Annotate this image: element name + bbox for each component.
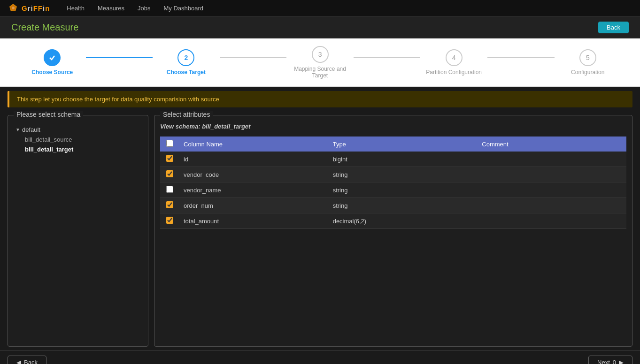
step-4-circle: 4 — [446, 49, 463, 66]
nav-links: Health Measures Jobs My Dashboard — [61, 2, 209, 15]
col-name-id: id — [179, 152, 328, 167]
step-1-circle — [44, 49, 61, 66]
connector-2-3 — [220, 57, 287, 58]
tree-arrow-icon: ▼ — [15, 127, 20, 132]
next-button-label: Next — [597, 359, 610, 364]
col-name-vendor-code: vendor_code — [179, 167, 328, 182]
col-type-total-amount: decimal(6,2) — [328, 213, 478, 229]
table-row: order_num string — [160, 198, 626, 213]
step-2-wrapper: 2 Choose Target — [153, 49, 220, 76]
step-1-wrapper: Choose Source — [19, 49, 86, 76]
step-3-wrapper: 3 Mapping Source and Target — [286, 46, 354, 79]
info-bar: This step let you choose the target for … — [8, 91, 632, 107]
col-name-order-num: order_num — [179, 198, 328, 213]
table-row: id bigint — [160, 152, 626, 167]
col-comment-total-amount — [477, 213, 626, 229]
next-button[interactable]: Next 0 ▶ — [588, 356, 632, 364]
col-type-vendor-name: string — [328, 182, 478, 198]
table-row: total_amount decimal(6,2) — [160, 213, 626, 229]
nav-measures[interactable]: Measures — [92, 2, 130, 15]
row-checkbox-vendor-code[interactable] — [166, 170, 173, 177]
row-checkbox-order-num[interactable] — [166, 201, 173, 208]
nav-jobs[interactable]: Jobs — [132, 2, 156, 15]
col-comment-id — [477, 152, 626, 167]
col-header-comment: Comment — [477, 136, 626, 152]
logo-text: GriFFin — [22, 4, 50, 12]
back-button[interactable]: ◀ Back — [8, 356, 46, 364]
row-check-cell — [160, 182, 179, 198]
schema-selector-panel: Please select schema ▼ default bill_deta… — [8, 115, 148, 347]
schema-name: bill_detail_target — [202, 123, 250, 130]
col-type-id: bigint — [328, 152, 478, 167]
col-name-vendor-name: vendor_name — [179, 182, 328, 198]
page-title: Create Measure — [11, 22, 78, 33]
step-3-label: Mapping Source and Target — [286, 66, 354, 79]
table-row: vendor_name string — [160, 182, 626, 198]
connector-1-2 — [86, 57, 153, 58]
table-header: Column Name Type Comment — [160, 136, 626, 152]
row-checkbox-vendor-name[interactable] — [166, 186, 173, 193]
col-type-vendor-code: string — [328, 167, 478, 182]
col-comment-order-num — [477, 198, 626, 213]
step-1-label: Choose Source — [31, 69, 73, 76]
top-nav: GriFFin Health Measures Jobs My Dashboar… — [0, 0, 640, 17]
right-panel-title: Select attributes — [160, 111, 213, 118]
back-button-label: Back — [24, 359, 38, 364]
attributes-table: Column Name Type Comment id bigint — [160, 136, 626, 229]
nav-health[interactable]: Health — [61, 2, 90, 15]
col-header-check — [160, 136, 179, 152]
main-content: Please select schema ▼ default bill_deta… — [0, 111, 640, 350]
checkmark-icon — [48, 54, 56, 61]
step-4-label: Partition Configuration — [426, 69, 482, 76]
tree-child-bill-detail-source[interactable]: bill_detail_source — [14, 135, 142, 144]
schema-label-prefix: View schema: — [160, 123, 202, 130]
table-row: vendor_code string — [160, 167, 626, 182]
schema-label: View schema: bill_detail_target — [160, 121, 626, 132]
page-header: Create Measure Back — [0, 17, 640, 38]
back-arrow-icon: ◀ — [16, 359, 21, 364]
col-header-column-name: Column Name — [179, 136, 328, 152]
tree-root-label: default — [22, 126, 40, 133]
table-body: id bigint vendor_code string — [160, 152, 626, 229]
footer-bar: ◀ Back Next 0 ▶ — [0, 350, 640, 364]
left-panel-title: Please select schema — [14, 111, 83, 118]
info-text: This step let you choose the target for … — [17, 96, 219, 103]
col-comment-vendor-name — [477, 182, 626, 198]
step-4-wrapper: 4 Partition Configuration — [420, 49, 487, 76]
col-name-total-amount: total_amount — [179, 213, 328, 229]
next-count-badge: 0 — [613, 359, 616, 364]
svg-point-2 — [12, 7, 15, 9]
row-check-cell — [160, 152, 179, 167]
row-check-cell — [160, 167, 179, 182]
step-3-circle: 3 — [312, 46, 329, 63]
row-check-cell — [160, 198, 179, 213]
nav-dashboard[interactable]: My Dashboard — [158, 2, 209, 15]
tree-root-default[interactable]: ▼ default — [14, 125, 142, 135]
col-comment-vendor-code — [477, 167, 626, 182]
row-checkbox-id[interactable] — [166, 155, 173, 162]
connector-4-5 — [487, 57, 555, 58]
attributes-panel: Select attributes View schema: bill_deta… — [154, 115, 632, 347]
step-5-label: Configuration — [571, 69, 604, 76]
app-logo: GriFFin — [8, 3, 50, 14]
back-top-button[interactable]: Back — [598, 22, 629, 33]
select-all-checkbox[interactable] — [166, 140, 173, 147]
row-checkbox-total-amount[interactable] — [166, 217, 173, 224]
connector-3-4 — [354, 57, 421, 58]
step-2-circle: 2 — [177, 49, 194, 66]
next-arrow-icon: ▶ — [619, 359, 624, 364]
col-header-type: Type — [328, 136, 478, 152]
stepper-container: Choose Source 2 Choose Target 3 Mapping … — [0, 38, 640, 87]
step-5-circle: 5 — [579, 49, 596, 66]
step-5-wrapper: 5 Configuration — [555, 49, 622, 76]
stepper: Choose Source 2 Choose Target 3 Mapping … — [19, 46, 621, 79]
tree-child-bill-detail-target[interactable]: bill_detail_target — [14, 144, 142, 154]
griffin-logo-icon — [8, 3, 19, 14]
step-2-label: Choose Target — [167, 69, 206, 76]
col-type-order-num: string — [328, 198, 478, 213]
row-check-cell — [160, 213, 179, 229]
